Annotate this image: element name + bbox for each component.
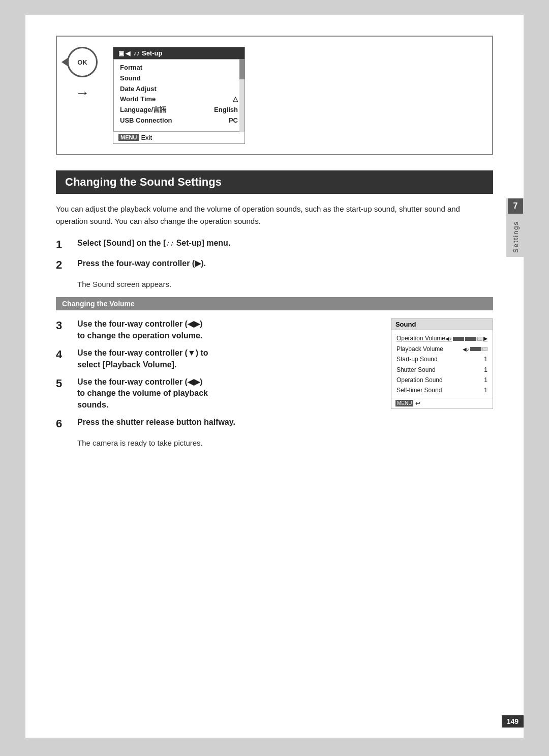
arrow-right-indicator: →	[75, 85, 89, 101]
screenshot-box: Sound Operation Volume ◀♪ ▶ Playback Vol…	[391, 318, 493, 409]
step-4-content: Use the four-way controller (▼) toselect…	[77, 347, 208, 370]
shutter-label: Shutter Sound	[396, 365, 436, 375]
menu-body: Format Sound Date Adjust World Time △	[113, 59, 245, 132]
screenshot-row-pb-volume: Playback Volume ◀♪	[396, 344, 487, 354]
step-6-note: The camera is ready to take pictures.	[77, 438, 379, 449]
menu-item-sound-label: Sound	[120, 73, 140, 84]
startup-value: 1	[484, 354, 487, 364]
tab-label: Settings	[512, 217, 520, 257]
menu-button: MENU	[118, 134, 139, 141]
screenshot-row-startup: Start-up Sound 1	[396, 354, 487, 364]
step-3-number: 3	[56, 318, 70, 333]
menu-item-world-time: World Time △	[120, 94, 238, 105]
menu-icon: ▣ ◀	[118, 50, 130, 57]
speaker-icon: ◀♪	[445, 334, 452, 343]
screenshot-row-op-volume: Operation Volume ◀♪ ▶	[396, 333, 487, 343]
speaker-icon-2: ◀♪	[463, 345, 469, 354]
step-6: 6 Press the shutter release button halfw…	[56, 417, 379, 431]
step-1-content: Select [Sound] on the [♪♪ Set-up] menu.	[77, 238, 230, 249]
menu-item-language-value: English	[214, 105, 238, 115]
bar-empty-1	[477, 337, 482, 341]
menu-footer: MENU Exit	[113, 132, 245, 143]
selftimer-label: Self-timer Sound	[396, 385, 442, 395]
menu-item-world-time-value: △	[233, 94, 238, 105]
tab-number: 7	[508, 198, 523, 214]
menu-item-world-time-label: World Time	[120, 94, 156, 105]
ok-button-area: OK →	[67, 47, 98, 101]
step-6-content: Press the shutter release button halfway…	[77, 417, 235, 428]
step-1-number: 1	[56, 238, 70, 252]
operation-label: Operation Sound	[396, 375, 443, 385]
step-6-number: 6	[56, 417, 70, 431]
section-heading: Changing the Sound Settings	[56, 170, 493, 194]
pb-volume-label: Playback Volume	[396, 344, 443, 354]
selftimer-value: 1	[484, 385, 487, 395]
screenshot-back-icon: ↩	[415, 400, 420, 407]
screenshot-footer: MENU ↩	[391, 398, 493, 409]
menu-header: ▣ ◀ ♪♪ Set-up	[113, 47, 245, 59]
op-volume-label: Operation Volume	[396, 333, 445, 343]
step-2-number: 2	[56, 258, 70, 273]
screenshot-menu-key: MENU	[395, 400, 413, 406]
steps-left: 3 Use the four-way controller (◀▶)to cha…	[56, 318, 379, 456]
step-4-number: 4	[56, 347, 70, 362]
menu-item-usb: USB Connection PC	[120, 115, 238, 126]
step-5: 5 Use the four-way controller (◀▶)to cha…	[56, 376, 379, 411]
menu-item-date-adjust: Date Adjust	[120, 84, 238, 95]
screenshot-row-operation: Operation Sound 1	[396, 375, 487, 385]
bar-filled-pb-1	[470, 347, 481, 351]
menu-item-format-label: Format	[120, 63, 142, 73]
step-5-content: Use the four-way controller (◀▶)to chang…	[77, 376, 208, 411]
sub-heading-volume: Changing the Volume	[56, 297, 493, 310]
top-image-box: OK → ▣ ◀ ♪♪ Set-up Format Sound	[56, 36, 493, 155]
setup-menu-box: ▣ ◀ ♪♪ Set-up Format Sound Date Adjust	[113, 47, 245, 144]
screenshot-row-selftimer: Self-timer Sound 1	[396, 385, 487, 395]
bar-filled-2	[465, 337, 476, 341]
scrollbar	[239, 59, 245, 132]
shutter-value: 1	[484, 365, 487, 375]
menu-item-language-label: Language/言語	[120, 105, 166, 115]
page-number: 149	[502, 715, 524, 728]
screenshot-header: Sound	[391, 319, 493, 330]
menu-item-format: Format	[120, 63, 238, 73]
op-volume-bar: ◀♪ ▶	[445, 334, 487, 343]
menu-item-date-adjust-label: Date Adjust	[120, 84, 157, 95]
step-2-note: The Sound screen appears.	[77, 279, 493, 290]
bar-filled-1	[453, 337, 464, 341]
menu-item-usb-label: USB Connection	[120, 115, 172, 126]
menu-item-language: Language/言語 English	[120, 105, 238, 115]
menu-exit-label: Exit	[141, 134, 152, 141]
step-1: 1 Select [Sound] on the [♪♪ Set-up] menu…	[56, 238, 493, 252]
step-2: 2 Press the four-way controller (▶).	[56, 258, 493, 273]
bar-empty-pb-1	[482, 347, 487, 351]
startup-label: Start-up Sound	[396, 354, 438, 364]
arrow-right-indicator: ▶	[483, 334, 487, 343]
step-3-content: Use the four-way controller (◀▶)to chang…	[77, 318, 202, 341]
screenshot-body: Operation Volume ◀♪ ▶ Playback Volume ◀♪	[391, 330, 493, 397]
menu-title: ♪♪ Set-up	[133, 49, 162, 57]
menu-item-sound: Sound	[120, 73, 238, 84]
scrollbar-thumb	[239, 59, 245, 79]
ok-label: OK	[77, 59, 87, 66]
screenshot-row-shutter: Shutter Sound 1	[396, 365, 487, 375]
step-5-number: 5	[56, 376, 70, 391]
steps-with-screenshot: 3 Use the four-way controller (◀▶)to cha…	[56, 318, 493, 456]
step-2-content: Press the four-way controller (▶).	[77, 258, 206, 269]
ok-button: OK	[67, 47, 98, 77]
side-tab: 7 Settings	[506, 198, 525, 257]
step-4: 4 Use the four-way controller (▼) tosele…	[56, 347, 379, 370]
step-3: 3 Use the four-way controller (◀▶)to cha…	[56, 318, 379, 341]
operation-value: 1	[484, 375, 487, 385]
pb-volume-bar: ◀♪	[463, 345, 487, 354]
menu-item-usb-value: PC	[229, 115, 238, 126]
intro-text: You can adjust the playback volume and t…	[56, 203, 493, 227]
